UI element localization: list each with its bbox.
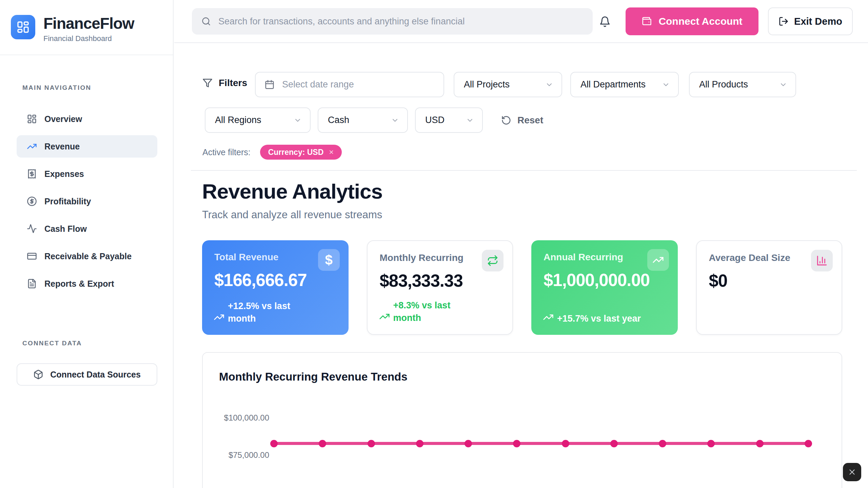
exit-demo-label: Exit Demo xyxy=(794,16,842,27)
projects-dropdown-value: All Projects xyxy=(464,79,510,90)
stat-value: $166,666.67 xyxy=(214,270,336,290)
stat-icon-chip xyxy=(482,250,504,271)
trending-up-icon xyxy=(214,312,224,323)
dollar-circle-icon xyxy=(27,196,37,206)
chart-point xyxy=(416,440,423,447)
chart-point xyxy=(319,440,326,447)
stat-value: $0 xyxy=(709,271,830,291)
chart-point xyxy=(562,440,569,447)
chip-remove-icon[interactable]: × xyxy=(329,148,334,156)
sidebar: FinanceFlow Financial Dashboard MAIN NAV… xyxy=(0,0,174,488)
reset-filters-button[interactable]: Reset xyxy=(499,107,545,133)
notifications-button[interactable] xyxy=(597,14,613,30)
reset-icon xyxy=(501,115,511,125)
filters-label-text: Filters xyxy=(219,78,247,88)
bar-chart-icon xyxy=(816,255,828,266)
regions-dropdown[interactable]: All Regions xyxy=(205,107,311,133)
y-axis-tick: $100,000.00 xyxy=(219,413,269,423)
dashboard-logo-icon xyxy=(16,20,30,34)
stat-change-text: +8.3% vs last month xyxy=(393,299,475,324)
products-dropdown[interactable]: All Products xyxy=(689,72,796,97)
sidebar-item-label: Profitability xyxy=(44,197,91,206)
regions-dropdown-value: All Regions xyxy=(215,115,261,125)
main-navigation: Overview Revenue Expenses Profitability … xyxy=(17,108,157,295)
calendar-icon xyxy=(264,80,275,90)
stat-card-monthly-recurring: Monthly Recurring $83,333.33 +8.3% vs la… xyxy=(367,240,513,335)
dashboard-icon xyxy=(27,114,37,124)
trending-up-icon xyxy=(543,312,554,323)
dollar-icon: $ xyxy=(325,253,332,267)
y-axis-tick: $50,000.00 xyxy=(219,487,269,488)
sidebar-item-label: Overview xyxy=(44,114,82,124)
main-content: Filters All Projects All Departments All… xyxy=(174,44,868,488)
activity-icon xyxy=(27,224,37,234)
sidebar-item-label: Cash Flow xyxy=(44,224,87,234)
chevron-down-icon xyxy=(545,81,553,89)
mrr-trends-chart-card: Monthly Recurring Revenue Trends $100,00… xyxy=(202,352,842,488)
sidebar-item-cash-flow[interactable]: Cash Flow xyxy=(17,218,157,240)
departments-dropdown-value: All Departments xyxy=(580,79,646,90)
page-title: Revenue Analytics xyxy=(202,179,382,203)
chart-title: Monthly Recurring Revenue Trends xyxy=(219,370,408,383)
stat-change-text: +15.7% vs last year xyxy=(557,312,641,325)
stat-change: +8.3% vs last month xyxy=(379,299,475,324)
date-range-field xyxy=(255,72,444,97)
stat-change-text: +12.5% vs last month xyxy=(228,300,309,325)
chart-point xyxy=(368,440,375,447)
sidebar-item-revenue[interactable]: Revenue xyxy=(17,135,157,158)
trending-up-icon xyxy=(27,141,37,151)
departments-dropdown[interactable]: All Departments xyxy=(570,72,679,97)
y-axis-tick: $75,000.00 xyxy=(219,450,269,460)
sidebar-item-label: Receivable & Payable xyxy=(44,251,132,261)
chip-label: Currency: USD xyxy=(268,148,324,157)
chart-point xyxy=(805,440,812,447)
currency-dropdown[interactable]: USD xyxy=(415,107,483,133)
file-text-icon xyxy=(27,279,37,289)
sidebar-item-label: Reports & Export xyxy=(44,279,114,289)
chart-point xyxy=(707,440,715,447)
sidebar-item-overview[interactable]: Overview xyxy=(17,108,157,130)
search-input[interactable] xyxy=(218,16,583,27)
close-button[interactable] xyxy=(843,463,861,481)
connect-data-sources-label: Connect Data Sources xyxy=(50,370,141,380)
connect-account-label: Connect Account xyxy=(658,16,742,27)
logout-icon xyxy=(778,16,789,26)
connect-data-section-title: CONNECT DATA xyxy=(22,340,82,347)
chevron-down-icon xyxy=(466,116,474,124)
chevron-down-icon xyxy=(391,116,399,124)
stats-cards: Total Revenue $166,666.67 $ +12.5% vs la… xyxy=(202,240,842,335)
nav-section-title: MAIN NAVIGATION xyxy=(22,84,91,92)
active-filter-chip-currency[interactable]: Currency: USD × xyxy=(260,145,342,160)
filters-label: Filters xyxy=(202,78,247,88)
repeat-icon xyxy=(487,255,498,266)
app-logo xyxy=(11,15,35,39)
sidebar-divider xyxy=(0,55,173,55)
receipt-icon xyxy=(27,169,37,179)
sidebar-item-reports-export[interactable]: Reports & Export xyxy=(17,272,157,295)
connect-data-sources-button[interactable]: Connect Data Sources xyxy=(17,363,157,386)
stat-value: $83,333.33 xyxy=(380,271,500,291)
chevron-down-icon xyxy=(662,81,670,89)
sidebar-item-label: Revenue xyxy=(44,142,80,151)
top-header: Connect Account Exit Demo xyxy=(174,0,868,43)
close-icon xyxy=(848,468,856,476)
sidebar-item-profitability[interactable]: Profitability xyxy=(17,190,157,212)
brand: FinanceFlow Financial Dashboard xyxy=(11,15,134,43)
chart-point xyxy=(513,440,520,447)
date-range-input[interactable] xyxy=(281,79,435,90)
payment-method-dropdown[interactable]: Cash xyxy=(318,107,408,133)
credit-card-icon xyxy=(27,251,37,261)
cube-icon xyxy=(33,369,43,380)
stat-icon-chip: $ xyxy=(318,249,340,271)
trending-up-icon xyxy=(652,254,664,266)
filter-funnel-icon xyxy=(202,78,213,88)
sidebar-item-receivable-payable[interactable]: Receivable & Payable xyxy=(17,245,157,267)
connect-account-button[interactable]: Connect Account xyxy=(626,7,758,35)
chevron-down-icon xyxy=(294,116,302,124)
stat-value: $1,000,000.00 xyxy=(544,270,666,290)
sidebar-item-expenses[interactable]: Expenses xyxy=(17,163,157,185)
projects-dropdown[interactable]: All Projects xyxy=(454,72,562,97)
stat-card-average-deal-size: Average Deal Size $0 xyxy=(696,240,843,335)
exit-demo-button[interactable]: Exit Demo xyxy=(768,7,853,35)
chart-point xyxy=(756,440,764,447)
